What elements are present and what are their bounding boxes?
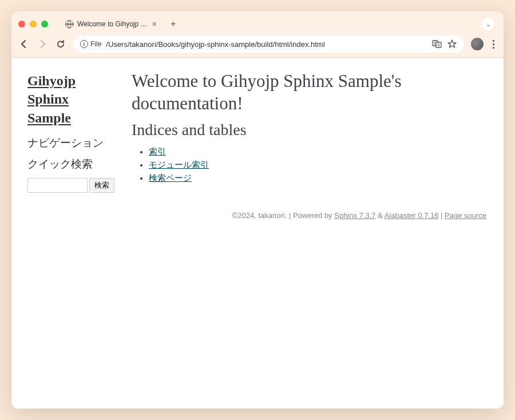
page-content: Gihyojp Sphinx Sample ナビゲーション クイック検索 検索 …: [11, 58, 504, 409]
page-title: Welcome to Gihyojp Sphinx Sample's docum…: [132, 70, 486, 115]
minimize-window-button[interactable]: [30, 21, 37, 27]
globe-icon: [65, 20, 73, 28]
close-tab-icon[interactable]: ×: [152, 20, 157, 28]
window-controls: [18, 21, 48, 27]
chevron-down-icon[interactable]: ⌄: [482, 18, 494, 30]
file-label: File: [90, 40, 101, 48]
search-page-link[interactable]: 検索ページ: [149, 173, 192, 183]
site-title: Gihyojp Sphinx Sample: [27, 72, 114, 127]
file-badge: i File: [80, 40, 101, 48]
profile-avatar[interactable]: [471, 38, 484, 50]
info-icon: i: [80, 40, 88, 48]
svg-text:A: A: [437, 43, 440, 47]
tab-title: Welcome to Gihyojp Sphinx S: [77, 20, 148, 28]
search-form: 検索: [27, 178, 114, 193]
url-text: /Users/takanori/Books/gihyojp-sphinx-sam…: [106, 40, 324, 49]
list-item: モジュール索引: [149, 159, 486, 172]
alabaster-link[interactable]: Alabaster 0.7.16: [385, 211, 439, 220]
forward-button[interactable]: [37, 39, 48, 49]
site-title-link[interactable]: Gihyojp Sphinx Sample: [27, 73, 76, 125]
star-icon[interactable]: [447, 39, 457, 49]
sidebar: Gihyojp Sphinx Sample ナビゲーション クイック検索 検索: [11, 58, 120, 409]
search-button[interactable]: 検索: [89, 178, 114, 193]
sphinx-link[interactable]: Sphinx 7.3.7: [334, 211, 375, 220]
nav-heading: ナビゲーション: [27, 135, 114, 152]
browser-chrome: Welcome to Gihyojp Sphinx S × + ⌄ i File: [11, 11, 504, 58]
svg-text:文: 文: [433, 41, 437, 45]
search-input[interactable]: [27, 178, 88, 193]
genindex-link[interactable]: 索引: [149, 147, 166, 156]
index-list: 索引 モジュール索引 検索ページ: [132, 145, 486, 185]
search-heading: クイック検索: [27, 156, 114, 173]
modindex-link[interactable]: モジュール索引: [149, 160, 209, 169]
maximize-window-button[interactable]: [41, 21, 48, 27]
browser-toolbar: i File /Users/takanori/Books/gihyojp-sph…: [11, 32, 504, 57]
close-window-button[interactable]: [18, 21, 25, 27]
browser-tab[interactable]: Welcome to Gihyojp Sphinx S ×: [60, 17, 163, 31]
copyright-text: ©2024, takanori.: [232, 211, 287, 220]
address-bar[interactable]: i File /Users/takanori/Books/gihyojp-sph…: [73, 35, 464, 53]
new-tab-button[interactable]: +: [167, 18, 179, 30]
tab-bar: Welcome to Gihyojp Sphinx S × + ⌄: [11, 11, 504, 32]
page-source-link[interactable]: Page source: [445, 211, 486, 220]
browser-window: Welcome to Gihyojp Sphinx S × + ⌄ i File: [11, 11, 504, 409]
back-button[interactable]: [18, 39, 30, 49]
translate-icon[interactable]: 文A: [432, 39, 442, 49]
reload-button[interactable]: [55, 39, 66, 49]
powered-by-text: | Powered by: [287, 211, 334, 220]
list-item: 検索ページ: [149, 172, 486, 185]
kebab-menu-icon[interactable]: [490, 40, 497, 49]
section-heading: Indices and tables: [132, 120, 486, 140]
main-content: Welcome to Gihyojp Sphinx Sample's docum…: [120, 58, 504, 409]
list-item: 索引: [149, 145, 486, 159]
footer: ©2024, takanori. | Powered by Sphinx 7.3…: [132, 211, 486, 220]
